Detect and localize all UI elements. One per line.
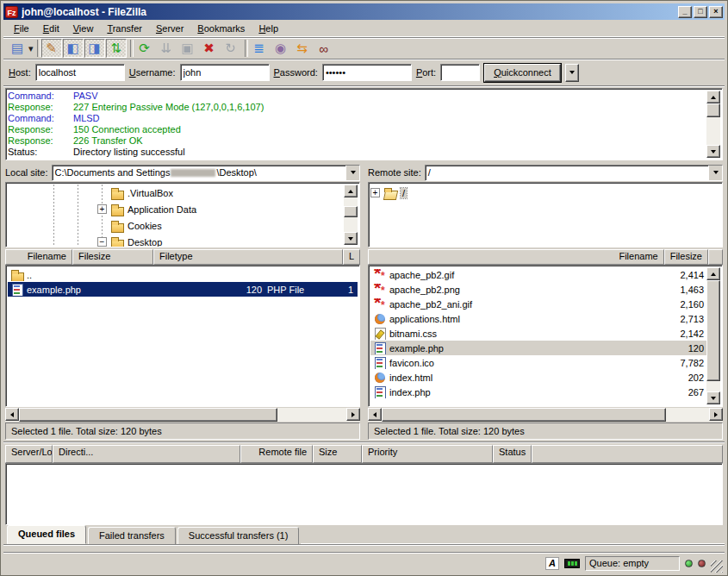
tabs-spacer	[3, 544, 725, 552]
scroll-up-button[interactable]	[706, 267, 720, 280]
menu-item[interactable]: Transfer	[100, 22, 149, 35]
port-input[interactable]	[440, 64, 480, 81]
remote-file-row[interactable]: favicon.ico 7,782	[370, 355, 706, 370]
sync-browsing-icon[interactable]: ⇆	[292, 39, 313, 58]
remote-file-row[interactable]: apache_pb2.png 1,463	[370, 282, 706, 297]
scroll-up-button[interactable]	[706, 91, 720, 103]
menu-item[interactable]: Server	[149, 22, 190, 35]
remote-file-row[interactable]: index.php 267	[370, 385, 706, 399]
site-manager-icon[interactable]: ▤	[7, 39, 28, 58]
resize-grip[interactable]	[711, 560, 723, 573]
toggle-local-tree-icon[interactable]: ◧	[63, 39, 84, 58]
scroll-down-button[interactable]	[344, 232, 358, 245]
scroll-down-button[interactable]	[706, 391, 720, 404]
scroll-left-button[interactable]	[5, 408, 19, 421]
scrollbar-thumb[interactable]	[382, 408, 666, 422]
queue-column-header[interactable]: Remote file	[240, 445, 313, 463]
tree-expander-icon[interactable]	[97, 204, 107, 214]
column-header[interactable]: Filesize	[72, 249, 153, 265]
remote-tree-item[interactable]: /	[370, 185, 706, 201]
scroll-down-button[interactable]	[706, 145, 720, 158]
file-name: apache_pb2.png	[389, 285, 460, 295]
site-manager-dropdown-icon[interactable]: ▾	[28, 43, 34, 54]
scrollbar-track[interactable]	[706, 117, 720, 145]
remote-file-row[interactable]: apache_pb2_ani.gif 2,160	[370, 297, 706, 311]
find-files-icon[interactable]: ∞	[314, 39, 334, 58]
speed-limit-icon[interactable]	[564, 559, 580, 568]
local-path-combo[interactable]: C:\Documents and Settings\Desktop\	[52, 165, 360, 181]
queue-column-header[interactable]: Directi...	[53, 445, 240, 463]
toggle-remote-tree-icon[interactable]: ◨	[84, 39, 105, 58]
remote-file-row[interactable]: bitnami.css 2,142	[370, 326, 706, 341]
disconnect-icon[interactable]: ✖	[199, 39, 220, 58]
queue-tab[interactable]: Failed transfers	[88, 527, 176, 544]
compare-icon[interactable]: ◉	[271, 39, 291, 58]
scrollbar-track[interactable]	[344, 197, 358, 206]
quickconnect-button[interactable]: Quickconnect	[484, 64, 561, 82]
toggle-queue-icon[interactable]: ⇅	[106, 39, 127, 58]
local-tree-item[interactable]: .VirtualBox	[8, 185, 344, 201]
host-input[interactable]	[35, 64, 125, 81]
reconnect-icon[interactable]: ↻	[221, 39, 241, 58]
column-header[interactable]: Filename	[5, 249, 72, 265]
scroll-right-button[interactable]	[346, 408, 360, 421]
local-tree-item[interactable]: Desktop	[8, 234, 344, 247]
queue-column-header[interactable]: Size	[313, 445, 362, 463]
menu-item[interactable]: Bookmarks	[190, 22, 252, 35]
tree-expander-icon[interactable]	[370, 188, 380, 197]
log-scrollbar[interactable]	[706, 91, 720, 158]
tree-expander-icon[interactable]	[97, 237, 107, 247]
queue-tab[interactable]: Queued files	[7, 525, 86, 544]
scrollbar-track[interactable]	[666, 408, 709, 422]
cancel-operation-icon[interactable]: ▣	[177, 39, 198, 58]
menu-item[interactable]: View	[66, 22, 101, 35]
scrollbar-track[interactable]	[706, 381, 720, 391]
close-button[interactable]: ×	[709, 6, 723, 18]
password-input[interactable]	[322, 64, 412, 81]
toggle-message-log-icon[interactable]: ✎	[41, 39, 62, 58]
remote-horizontal-scrollbar[interactable]	[368, 408, 723, 422]
title-bar[interactable]: Fz john@localhost - FileZilla _ □ ×	[3, 3, 725, 20]
scroll-left-button[interactable]	[368, 408, 382, 421]
scroll-right-button[interactable]	[709, 408, 723, 421]
local-file-row[interactable]: example.php 120 PHP File 1	[8, 282, 358, 297]
queue-tab[interactable]: Successful transfers (1)	[177, 527, 300, 544]
menu-item[interactable]: Help	[252, 22, 285, 35]
column-header[interactable]: L	[343, 249, 360, 265]
local-path-dropdown-icon[interactable]	[345, 166, 359, 180]
remote-file-row[interactable]: applications.html 2,713	[370, 311, 706, 326]
local-tree-item[interactable]: Application Data	[8, 201, 344, 217]
column-header[interactable]: Filename	[368, 249, 664, 265]
remote-path-dropdown-icon[interactable]	[708, 166, 722, 180]
local-horizontal-scrollbar[interactable]	[5, 408, 360, 422]
menu-item[interactable]: Edit	[36, 22, 66, 35]
scrollbar-thumb[interactable]	[706, 280, 720, 381]
maximize-button[interactable]: □	[694, 6, 707, 18]
remote-path-combo[interactable]: /	[425, 165, 723, 181]
remote-file-row[interactable]: apache_pb2.gif 2,414	[370, 267, 706, 282]
scroll-up-button[interactable]	[344, 185, 358, 197]
username-input[interactable]	[180, 64, 270, 81]
remote-vertical-scrollbar[interactable]	[706, 267, 720, 404]
menu-item[interactable]: File	[7, 22, 36, 35]
scrollbar-thumb[interactable]	[19, 408, 277, 422]
queue-column-header[interactable]: Status	[493, 445, 532, 463]
queue-column-header[interactable]: Server/Local file	[5, 445, 53, 463]
remote-file-row[interactable]: example.php 120	[370, 341, 706, 355]
process-queue-icon[interactable]: ⇊	[156, 39, 177, 58]
local-tree-item[interactable]: Cookies	[8, 217, 344, 234]
filter-icon[interactable]: ≣	[249, 39, 270, 58]
queue-column-header[interactable]: Priority	[362, 445, 493, 463]
local-tree-scrollbar[interactable]	[344, 185, 358, 245]
local-file-row[interactable]: ..	[8, 267, 358, 282]
quickconnect-dropdown-icon[interactable]	[565, 64, 579, 82]
scrollbar-track[interactable]	[277, 408, 346, 422]
refresh-icon[interactable]: ⟳	[134, 39, 155, 58]
column-header[interactable]: Filesize	[664, 249, 708, 265]
minimize-button[interactable]: _	[678, 6, 692, 18]
remote-file-row[interactable]: index.html 202	[370, 370, 706, 385]
column-header[interactable]: Filetype	[153, 249, 343, 265]
scrollbar-thumb[interactable]	[344, 206, 358, 217]
scrollbar-track[interactable]	[344, 217, 358, 232]
scrollbar-thumb[interactable]	[706, 103, 720, 117]
